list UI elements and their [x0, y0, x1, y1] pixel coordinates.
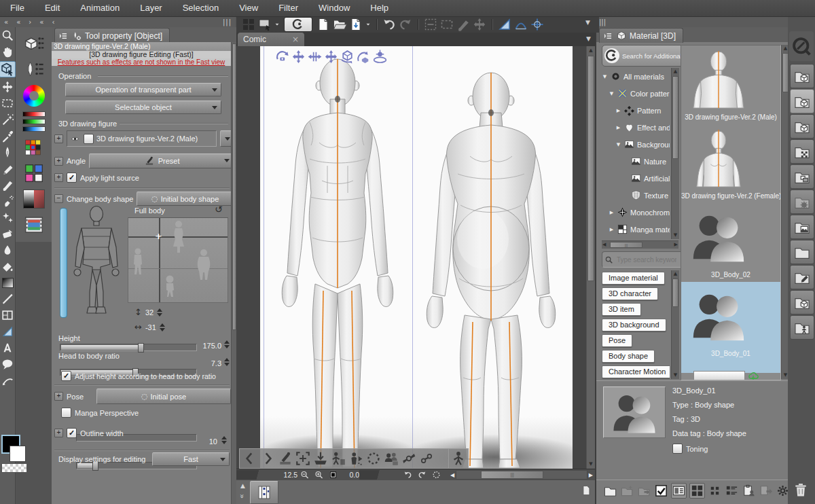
select-shrink-icon[interactable] — [472, 17, 487, 32]
approximate-color-icon[interactable] — [22, 189, 46, 209]
camera-dolly-icon[interactable] — [307, 49, 323, 65]
angle-preset-button[interactable]: Preset — [89, 154, 234, 168]
mannequin-launcher-button[interactable] — [448, 448, 469, 469]
horizontal-spinner[interactable] — [160, 323, 167, 331]
initial-pose-button[interactable]: ◌ Initial pose — [96, 389, 231, 404]
figure-checkbox[interactable] — [84, 134, 94, 144]
search-box[interactable] — [602, 251, 684, 268]
strip-trash-button[interactable] — [792, 481, 810, 499]
search-additional-button[interactable]: Search for Additional — [602, 45, 684, 67]
export-material-icon[interactable] — [759, 484, 773, 498]
transparent-color-swatch[interactable] — [1, 463, 27, 473]
paste-to-canvas-icon[interactable] — [742, 484, 756, 498]
small-thumbnail-icon[interactable] — [708, 484, 722, 498]
outline-spinner[interactable] — [221, 436, 229, 444]
tab-close-icon[interactable]: × — [292, 35, 299, 44]
register-pose-icon[interactable] — [329, 450, 347, 467]
zoom-out-icon[interactable] — [300, 470, 310, 480]
category-3d-a-button[interactable] — [790, 64, 814, 88]
expand-angle-icon[interactable]: + — [54, 157, 63, 166]
tree-item-artificial[interactable]: Artificial — [602, 170, 670, 187]
tree-right-icon[interactable]: ▶ — [609, 210, 615, 215]
drop-to-ground-icon[interactable] — [312, 450, 329, 467]
object-rotate-icon[interactable] — [340, 49, 355, 65]
category-image-button[interactable] — [790, 215, 814, 239]
outline-width-checkbox[interactable]: ✓ — [67, 428, 77, 438]
tag-image-material[interactable]: Image material — [602, 272, 665, 285]
vertical-spinner[interactable] — [157, 308, 164, 317]
brush-tool[interactable] — [1, 178, 14, 192]
tree-item-nature[interactable]: Nature — [602, 153, 670, 170]
undo-icon[interactable] — [382, 17, 397, 32]
tree-down-icon[interactable]: ▼ — [602, 74, 608, 79]
frame-border-tool[interactable] — [1, 308, 14, 322]
menu-window[interactable]: Window — [308, 0, 360, 16]
blend-tool[interactable] — [1, 243, 14, 257]
tag-3d-character[interactable]: 3D character — [602, 287, 658, 300]
body-shape-pad[interactable]: + — [128, 217, 228, 303]
tag-pose[interactable]: Pose — [602, 334, 632, 347]
fit-to-view-icon[interactable] — [294, 450, 312, 467]
fill-tool[interactable] — [1, 259, 14, 273]
h-scroll-right-icon[interactable]: ▶ — [589, 472, 593, 478]
color-set-icon[interactable] — [22, 137, 46, 158]
camera-pan-icon[interactable] — [291, 49, 306, 65]
joint-unlock-icon[interactable] — [418, 450, 435, 467]
tree-down-icon[interactable]: ▼ — [609, 91, 615, 96]
h-scroll-left-icon[interactable]: ◀ — [450, 472, 454, 478]
menu-animation[interactable]: Animation — [70, 0, 130, 16]
collapse-bodyshape-icon[interactable]: − — [54, 194, 63, 203]
menu-layer[interactable]: Layer — [130, 0, 173, 16]
vertical-value[interactable]: 32 — [145, 308, 153, 317]
select-border-icon[interactable] — [439, 17, 454, 32]
grip-icon[interactable]: ||| — [223, 18, 232, 26]
expand-outline-icon[interactable]: + — [54, 429, 63, 437]
decoration-tool[interactable] — [1, 211, 14, 224]
display-settings-dropdown[interactable]: Fast — [152, 452, 230, 466]
panel-menu-icon[interactable] — [58, 31, 69, 41]
move-material-icon[interactable] — [637, 484, 651, 498]
balloon-tool[interactable] — [1, 357, 14, 371]
tree-item-texture[interactable]: Texture — [602, 187, 670, 204]
eyedropper-tool[interactable] — [1, 129, 14, 143]
adjust-height-checkbox[interactable]: ✓ — [61, 371, 71, 381]
gradient-tool[interactable] — [1, 276, 14, 289]
figure-object-field[interactable]: 3D drawing figure-Ver.2 (Male) — [67, 130, 217, 147]
light-source-checkbox[interactable]: ✓ — [67, 173, 77, 183]
menu-filter[interactable]: Filter — [268, 0, 308, 16]
menu-help[interactable]: Help — [360, 0, 399, 16]
collapse-subtool-icon[interactable]: « — [16, 18, 20, 26]
right-panel-collapse-bar[interactable]: ||| › » — [595, 16, 815, 28]
object-move-icon[interactable] — [323, 49, 339, 65]
tree-right-icon[interactable]: ▶ — [615, 108, 621, 113]
category-effect-button[interactable] — [790, 190, 814, 214]
camera-angle-preset-icon[interactable] — [276, 450, 294, 467]
color-wheel-icon[interactable] — [22, 86, 46, 106]
zoom-tool[interactable] — [1, 29, 14, 42]
deselect-icon[interactable] — [423, 17, 438, 32]
auto-select-tool[interactable] — [1, 113, 14, 126]
large-thumbnail-icon[interactable] — [689, 483, 705, 499]
register-material-icon[interactable] — [620, 484, 634, 498]
tree-right-icon[interactable]: ▶ — [609, 227, 615, 232]
pencil-tool[interactable] — [1, 162, 14, 175]
category-3d-c-button[interactable] — [790, 114, 814, 139]
list-view-icon[interactable] — [725, 484, 739, 498]
reset-rotation-icon[interactable] — [431, 470, 441, 480]
tree-item-color-pattern[interactable]: ▼Color pattern — [602, 85, 670, 102]
3d-figure-male-heavy[interactable] — [413, 71, 569, 469]
category-manga-material-button[interactable] — [790, 164, 814, 189]
figure-tool[interactable] — [1, 292, 14, 306]
new-file-icon[interactable] — [316, 17, 331, 32]
zoom-slider[interactable] — [236, 470, 274, 480]
transparent-part-dropdown[interactable]: Operation of transparent part — [65, 83, 221, 96]
tool-property-tab[interactable]: Tool property [Object] — [54, 28, 170, 43]
clip-studio-logo-button[interactable] — [284, 17, 312, 32]
eraser-tool[interactable] — [1, 227, 14, 240]
color-slider-icon[interactable] — [22, 111, 46, 132]
show-selection-icon[interactable] — [654, 484, 668, 498]
category-3d-d-button[interactable] — [790, 290, 814, 314]
reset-model-icon[interactable] — [365, 450, 382, 467]
tag-3d-background[interactable]: 3D background — [602, 319, 666, 331]
move-layer-tool[interactable] — [1, 80, 14, 94]
